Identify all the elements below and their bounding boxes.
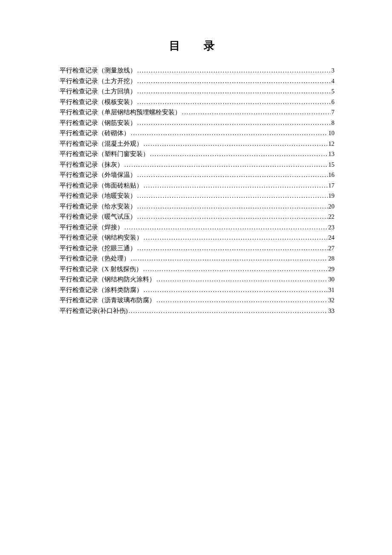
toc-entry-label: 平行检查记录（挖眼三通） <box>60 243 136 254</box>
toc-entry: 平行检查记录（测量放线）3 <box>60 65 334 76</box>
toc-entry-label: 平行检查记录（给水安装） <box>60 201 136 212</box>
toc-entry-label: 平行检查记录（土方回填） <box>60 86 136 97</box>
toc-entry-label: 平行检查记录（钢结构防火涂料） <box>60 274 156 285</box>
toc-entry-label: 平行检查记录(补口补伤) <box>60 306 128 316</box>
toc-leader-dots <box>137 243 328 254</box>
toc-entry-page: 28 <box>329 253 335 264</box>
toc-entry-label: 平行检查记录（暖气试压） <box>60 211 136 222</box>
toc-entry-label: 平行检查记录（单层钢结构预埋螺栓安装） <box>60 107 181 118</box>
toc-entry-label: 平行检查记录（钢结构安装） <box>60 232 143 243</box>
toc-entry-label: 平行检查记录（钢筋安装） <box>60 118 136 128</box>
toc-leader-dots <box>124 159 328 170</box>
toc-leader-dots <box>137 86 331 97</box>
toc-entry-label: 平行检查记录（抹灰） <box>60 159 124 170</box>
toc-entry: 平行检查记录（模板安装）6 <box>60 97 334 107</box>
toc-entry-page: 10 <box>329 128 335 139</box>
toc-entry-page: 6 <box>331 97 334 107</box>
toc-entry-page: 15 <box>329 159 335 170</box>
toc-entry: 平行检查记录（钢筋安装）8 <box>60 118 334 128</box>
toc-leader-dots <box>124 222 328 233</box>
toc-entry-label: 平行检查记录（饰面砖粘贴） <box>60 180 143 191</box>
toc-entry: 平行检查记录（土方开挖）4 <box>60 76 334 87</box>
document-page: 目 录 平行检查记录（测量放线）3平行检查记录（土方开挖）4平行检查记录（土方回… <box>0 0 392 316</box>
toc-leader-dots <box>156 274 328 285</box>
page-title: 目 录 <box>60 38 334 53</box>
toc-leader-dots <box>144 232 328 243</box>
toc-entry-page: 12 <box>329 139 335 149</box>
toc-entry: 平行检查记录（钢结构安装）24 <box>60 232 334 243</box>
toc-entry: 平行检查记录（暖气试压）22 <box>60 211 334 222</box>
toc-entry: 平行检查记录（X 射线探伤）29 <box>60 264 334 275</box>
toc-entry-page: 19 <box>329 191 335 201</box>
toc-entry: 平行检查记录（饰面砖粘贴）17 <box>60 180 334 191</box>
toc-entry-page: 30 <box>329 274 335 285</box>
toc-leader-dots <box>129 306 328 316</box>
toc-entry: 平行检查记录(补口补伤)33 <box>60 306 334 316</box>
toc-leader-dots <box>144 139 328 149</box>
toc-leader-dots <box>156 295 328 306</box>
toc-leader-dots <box>131 253 328 264</box>
toc-entry: 平行检查记录（焊接）23 <box>60 222 334 233</box>
toc-entry-page: 32 <box>329 295 335 306</box>
toc-leader-dots <box>182 107 331 118</box>
toc-entry-page: 20 <box>329 201 335 212</box>
toc-entry-page: 4 <box>331 76 334 87</box>
toc-entry-page: 7 <box>331 107 334 118</box>
toc-leader-dots <box>137 191 328 201</box>
toc-entry: 平行检查记录（热处理）28 <box>60 253 334 264</box>
toc-entry: 平行检查记录（给水安装）20 <box>60 201 334 212</box>
toc-entry: 平行检查记录（塑料门窗安装）13 <box>60 149 334 159</box>
toc-entry-page: 29 <box>329 264 335 275</box>
toc-entry-label: 平行检查记录（地暖安装） <box>60 191 136 201</box>
toc-entry-label: 平行检查记录（混凝土外观） <box>60 139 143 149</box>
toc-leader-dots <box>144 285 328 295</box>
toc-leader-dots <box>150 149 328 159</box>
toc-entry-page: 16 <box>329 170 335 180</box>
toc-leader-dots <box>144 180 328 191</box>
toc-entry-page: 3 <box>331 65 334 76</box>
toc-entry-label: 平行检查记录（土方开挖） <box>60 76 136 87</box>
toc-entry: 平行检查记录（涂料类防腐）31 <box>60 285 334 295</box>
toc-leader-dots <box>131 128 328 139</box>
toc-entry-label: 平行检查记录（外墙保温） <box>60 170 136 180</box>
toc-entry-label: 平行检查记录（模板安装） <box>60 97 136 107</box>
toc-leader-dots <box>137 211 328 222</box>
toc-entry-label: 平行检查记录（涂料类防腐） <box>60 285 143 295</box>
toc-entry: 平行检查记录（挖眼三通）27 <box>60 243 334 254</box>
toc-leader-dots <box>137 118 331 128</box>
toc-entry: 平行检查记录（钢结构防火涂料）30 <box>60 274 334 285</box>
toc-entry: 平行检查记录（单层钢结构预埋螺栓安装）7 <box>60 107 334 118</box>
toc-entry-label: 平行检查记录（热处理） <box>60 253 130 264</box>
toc-entry: 平行检查记录（土方回填）5 <box>60 86 334 97</box>
toc-entry-page: 17 <box>329 180 335 191</box>
toc-leader-dots <box>137 76 331 87</box>
toc-entry-label: 平行检查记录（测量放线） <box>60 65 136 76</box>
toc-entry-page: 22 <box>329 211 335 222</box>
toc-entry-page: 33 <box>329 306 335 316</box>
toc-entry: 平行检查记录（外墙保温）16 <box>60 170 334 180</box>
toc-entry-page: 31 <box>329 285 335 295</box>
toc-entry: 平行检查记录（抹灰）15 <box>60 159 334 170</box>
toc-entry-label: 平行检查记录（焊接） <box>60 222 124 233</box>
toc-entry-page: 23 <box>329 222 335 233</box>
toc-entry-page: 27 <box>329 243 335 254</box>
toc-entry-page: 5 <box>331 86 334 97</box>
toc-entry-page: 8 <box>331 118 334 128</box>
toc-entry-label: 平行检查记录（塑料门窗安装） <box>60 149 149 159</box>
toc-leader-dots <box>137 65 331 76</box>
toc-leader-dots <box>137 170 328 180</box>
toc-entry: 平行检查记录（沥青玻璃布防腐）32 <box>60 295 334 306</box>
toc-entry-page: 13 <box>329 149 335 159</box>
toc-entry-label: 平行检查记录（沥青玻璃布防腐） <box>60 295 156 306</box>
toc-list: 平行检查记录（测量放线）3平行检查记录（土方开挖）4平行检查记录（土方回填）5平… <box>60 65 334 316</box>
toc-entry: 平行检查记录（地暖安装）19 <box>60 191 334 201</box>
toc-entry: 平行检查记录（混凝土外观）12 <box>60 139 334 149</box>
toc-entry-label: 平行检查记录（X 射线探伤） <box>60 264 142 275</box>
toc-entry-page: 24 <box>329 232 335 243</box>
toc-leader-dots <box>143 264 327 275</box>
toc-leader-dots <box>137 97 331 107</box>
toc-entry-label: 平行检查记录（砖砌体） <box>60 128 130 139</box>
toc-entry: 平行检查记录（砖砌体）10 <box>60 128 334 139</box>
toc-leader-dots <box>137 201 328 212</box>
